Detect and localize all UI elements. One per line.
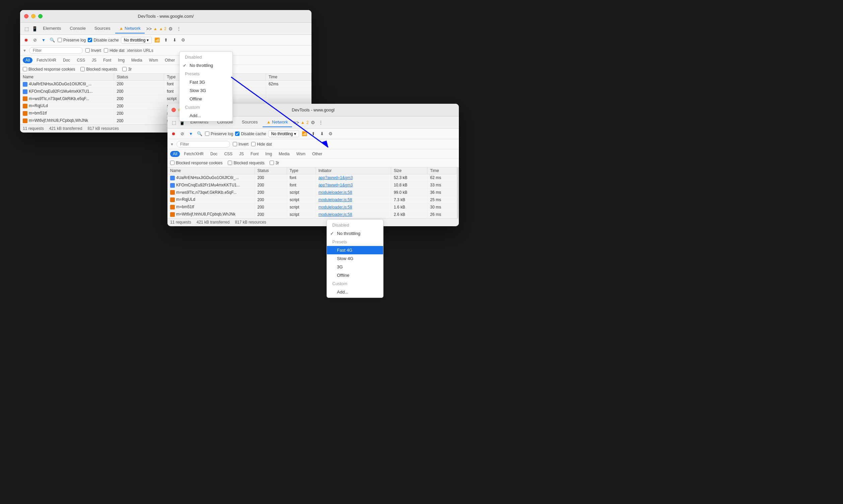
type-other-2[interactable]: Other	[310, 151, 325, 157]
network-settings-1[interactable]: ⚙	[180, 37, 187, 43]
table-row[interactable]: m=ws9Tlc,n73qwf,GkRiKb,e5qF... 200 scrip…	[168, 189, 459, 196]
type-media-1[interactable]: Media	[129, 57, 145, 63]
blocked-cookies-checkbox-1[interactable]	[23, 67, 27, 71]
disable-cache-label-2[interactable]: Disable cache	[235, 131, 266, 136]
minimize-button-1[interactable]	[31, 14, 35, 18]
type-img-2[interactable]: Img	[263, 151, 275, 157]
tab-network-1[interactable]: ▲ Network	[115, 24, 145, 34]
more-tabs-1[interactable]: >>	[145, 25, 153, 33]
wifi-icon-1[interactable]: 📶	[154, 37, 160, 43]
hide-data-checkbox-1[interactable]	[104, 48, 108, 53]
col-size-2[interactable]: Size	[391, 167, 427, 174]
invert-label-2[interactable]: Invert	[233, 142, 248, 147]
hide-data-label-2[interactable]: Hide dat	[251, 142, 272, 147]
record-button-1[interactable]: ⏺	[23, 37, 30, 43]
more-icon-1[interactable]: ⋮	[175, 25, 182, 33]
3g-option-2[interactable]: 3G	[327, 263, 383, 271]
type-all-2[interactable]: All	[170, 151, 180, 157]
type-font-2[interactable]: Font	[248, 151, 261, 157]
preserve-log-checkbox-1[interactable]	[58, 38, 62, 42]
wifi-icon-2[interactable]: 📶	[301, 130, 308, 137]
search-button-2[interactable]: 🔍	[196, 130, 203, 137]
throttle-dropdown-2[interactable]: Disabled No throttling Presets Fast 4G S…	[327, 219, 384, 298]
record-button-2[interactable]: ⏺	[170, 130, 177, 137]
table-row[interactable]: m=ws9Tlc,n73qwf,GkRiKb,e5qF... 200 scrip…	[20, 95, 312, 103]
preserve-log-checkbox-2[interactable]	[205, 131, 209, 136]
table-row[interactable]: KFOmCnqEu92Fr1Mu4mxKKTU1... 200 font app…	[168, 181, 459, 189]
col-time-1[interactable]: Time	[266, 74, 311, 80]
table-row[interactable]: m=Wt6vjf,hhhU8,FCpbqb,WhJNk 200 script m…	[168, 211, 459, 218]
offline-option-2[interactable]: Offline	[327, 271, 383, 280]
type-all-1[interactable]: All	[23, 57, 33, 63]
no-throttling-option-1[interactable]: No throttling	[179, 61, 232, 70]
throttle-button-2[interactable]: No throttling ▾	[268, 130, 299, 137]
throttle-dropdown-1[interactable]: Disabled No throttling Presets Fast 3G S…	[179, 51, 233, 122]
download-icon-2[interactable]: ⬇	[318, 130, 325, 137]
table-row[interactable]: 4UaRrENHsxJlGDuGo1OIlJfC6l_... 200 font …	[20, 80, 312, 88]
clear-button-2[interactable]: ⊘	[179, 130, 186, 137]
type-img-1[interactable]: Img	[115, 57, 127, 63]
tab-sources-2[interactable]: Sources	[238, 118, 262, 127]
preserve-log-label-1[interactable]: Preserve log	[58, 38, 86, 42]
tab-console-1[interactable]: Console	[66, 24, 90, 34]
device-icon-1[interactable]: 📱	[31, 25, 38, 33]
preserve-log-label-2[interactable]: Preserve log	[205, 131, 233, 136]
third-party-checkbox-2[interactable]	[269, 161, 274, 165]
add-option-1[interactable]: Add...	[179, 111, 232, 120]
invert-checkbox-2[interactable]	[233, 142, 237, 146]
filter-toggle-1[interactable]: ▼	[40, 37, 47, 43]
tab-network-2[interactable]: ▲ Network	[263, 118, 292, 127]
col-status-1[interactable]: Status	[114, 74, 164, 80]
cursor-icon-2[interactable]: ⬚	[170, 119, 177, 126]
download-icon-1[interactable]: ⬇	[171, 37, 178, 43]
table-row[interactable]: 4UaRrENHsxJlGDuGo1OIlJfC6l_... 200 font …	[168, 174, 459, 182]
cursor-icon-1[interactable]: ⬚	[23, 25, 30, 33]
type-fetchxhr-2[interactable]: Fetch/XHR	[181, 151, 206, 157]
filter-toggle-2[interactable]: ▼	[188, 130, 194, 137]
col-name-2[interactable]: Name	[168, 167, 254, 174]
offline-option-1[interactable]: Offline	[179, 95, 232, 103]
col-type-2[interactable]: Type	[287, 167, 316, 174]
settings-icon-2[interactable]: ⚙	[309, 119, 316, 126]
hide-data-checkbox-2[interactable]	[251, 142, 256, 146]
col-time-2[interactable]: Time	[427, 167, 459, 174]
col-status-2[interactable]: Status	[254, 167, 287, 174]
invert-checkbox-1[interactable]	[85, 48, 90, 53]
type-other-1[interactable]: Other	[162, 57, 177, 63]
type-wsm-1[interactable]: Wsm	[146, 57, 161, 63]
scrollbar-2[interactable]	[457, 167, 459, 218]
disable-cache-checkbox-2[interactable]	[235, 131, 240, 136]
upload-icon-2[interactable]: ⬆	[310, 130, 316, 137]
blocked-cookies-checkbox-2[interactable]	[170, 161, 175, 165]
slow3g-option-1[interactable]: Slow 3G	[179, 86, 232, 95]
type-font-1[interactable]: Font	[101, 57, 114, 63]
no-throttling-option-2[interactable]: No throttling	[327, 229, 383, 238]
third-party-checkbox-1[interactable]	[122, 67, 127, 71]
table-row[interactable]: m=bm51tf 200 script moduleloader.js:58 1…	[168, 203, 459, 211]
type-css-1[interactable]: CSS	[74, 57, 88, 63]
disable-cache-checkbox-1[interactable]	[88, 38, 92, 42]
clear-button-1[interactable]: ⊘	[32, 37, 38, 43]
close-button-2[interactable]	[172, 108, 176, 112]
search-button-1[interactable]: 🔍	[49, 37, 56, 43]
type-media-2[interactable]: Media	[276, 151, 293, 157]
type-doc-1[interactable]: Doc	[60, 57, 73, 63]
throttle-button-1[interactable]: No throttling ▾	[121, 37, 152, 43]
disable-cache-label-1[interactable]: Disable cache	[88, 38, 119, 42]
tab-elements-1[interactable]: Elements	[39, 24, 65, 34]
filter-input-2[interactable]	[176, 141, 230, 148]
type-wsm-2[interactable]: Wsm	[294, 151, 308, 157]
settings-icon-1[interactable]: ⚙	[167, 25, 175, 33]
add-option-2[interactable]: Add...	[327, 288, 383, 296]
type-css-2[interactable]: CSS	[222, 151, 235, 157]
fast4g-option-2[interactable]: Fast 4G	[327, 246, 383, 254]
table-row[interactable]: KFOmCnqEu92Fr1Mu4mxKKTU1... 200 font	[20, 88, 312, 95]
hide-data-label-1[interactable]: Hide dat	[104, 48, 125, 53]
type-fetchxhr-1[interactable]: Fetch/XHR	[34, 57, 59, 63]
col-name-1[interactable]: Name	[20, 74, 114, 80]
tab-sources-1[interactable]: Sources	[90, 24, 115, 34]
fast3g-option-1[interactable]: Fast 3G	[179, 78, 232, 86]
filter-input-1[interactable]	[29, 47, 83, 54]
blocked-requests-checkbox-1[interactable]	[81, 67, 85, 71]
slow4g-option-2[interactable]: Slow 4G	[327, 254, 383, 263]
